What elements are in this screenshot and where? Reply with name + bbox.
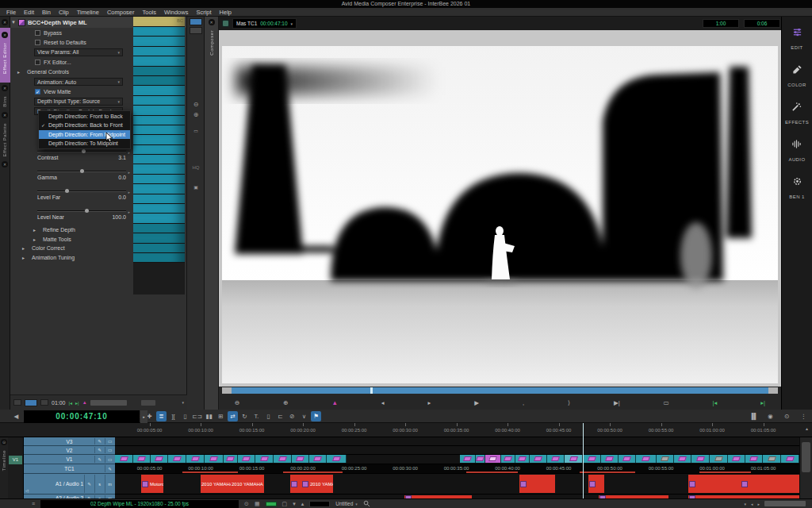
footer-scrollbar-2[interactable] [141, 400, 155, 406]
video-clip[interactable] [565, 455, 583, 463]
expand-triangle-icon[interactable]: ▸ [17, 69, 20, 75]
thumbnail-icon[interactable]: ▣ [187, 184, 205, 190]
collapse-triangle-icon[interactable]: ▼ [11, 20, 16, 25]
waveform-toggle-icon[interactable]: ∨ [299, 411, 309, 421]
frame-icon[interactable]: ▭ [187, 128, 205, 133]
footer-mode-button[interactable] [25, 399, 37, 406]
zoom-in-icon[interactable]: ⊕ [187, 111, 205, 118]
menu-item-clip[interactable]: Clip [55, 9, 73, 16]
video-clip[interactable] [476, 455, 485, 463]
monitor-icon[interactable]: ▭ [105, 447, 114, 453]
scroll-right-icon[interactable]: ▸ [757, 502, 760, 506]
slider-thumb[interactable] [85, 209, 89, 213]
video-quality-icon[interactable]: ▮▮ [204, 411, 214, 421]
search-icon[interactable] [363, 500, 370, 507]
chevron-down-icon[interactable]: ▾ [744, 502, 746, 506]
menu-item-file[interactable]: File [2, 9, 20, 16]
menu-item-composer[interactable]: Composer [103, 9, 139, 16]
keyframe-track-bar[interactable] [133, 145, 185, 155]
video-clip[interactable] [657, 455, 674, 463]
slider-nudge-icon[interactable]: ▸ [128, 210, 130, 214]
keyframe-track-bar[interactable] [133, 155, 185, 164]
slider-thumb[interactable] [65, 189, 69, 193]
sync-icon[interactable]: ⊙ [1, 439, 7, 445]
keyframe-track-bar[interactable] [133, 76, 185, 86]
monitor-icon[interactable]: ▭ [105, 438, 114, 444]
composer-position-bar[interactable] [222, 387, 778, 394]
audio-clip[interactable] [290, 475, 301, 493]
zoom-out-icon[interactable]: ⊖ [235, 399, 239, 406]
slider-thumb[interactable] [82, 149, 86, 153]
workspace-edit[interactable]: EDIT [791, 26, 802, 50]
expand-triangle-icon[interactable]: ▸ [33, 227, 36, 233]
menu-item-bin[interactable]: Bin [38, 9, 55, 16]
video-clip[interactable] [501, 455, 515, 463]
pause-icon[interactable]: , [523, 399, 524, 406]
video-clip[interactable] [151, 455, 168, 463]
close-icon[interactable]: ✕ [2, 85, 8, 91]
footer-dropdown-icon[interactable]: ▾ [182, 400, 184, 405]
disable-icon[interactable]: ⊘ [287, 411, 297, 421]
video-clip[interactable] [460, 455, 476, 463]
mark-in-icon[interactable]: |◂ [713, 399, 718, 406]
step-backward-icon[interactable]: ◂ [381, 399, 385, 406]
video-clip[interactable] [583, 455, 601, 463]
s-button[interactable]: s [94, 475, 104, 493]
quick-transition-icon[interactable]: ▯ [180, 411, 190, 421]
dropdown-view-params-all[interactable]: View Params: All▾ [34, 48, 123, 56]
audio-clip-2010-yamaha[interactable]: 2010 YAMAHA [201, 475, 231, 493]
keyframe-track-bar[interactable] [133, 164, 185, 174]
menu-item-help[interactable]: Help [216, 9, 236, 16]
group-row-matte-tools[interactable]: ▸Matte Tools [10, 234, 133, 244]
video-clip[interactable] [238, 455, 255, 463]
video-clip[interactable] [274, 455, 292, 463]
video-clip[interactable] [515, 455, 530, 463]
expand-triangle-icon[interactable]: ▸ [22, 245, 25, 251]
video-quality-icon[interactable] [222, 20, 229, 27]
group-row-refine-depth[interactable]: ▸Refine Depth [10, 225, 133, 235]
mark-out-icon[interactable]: ▸| [760, 399, 765, 406]
play-in-out-icon[interactable]: ⟩ [568, 399, 570, 406]
footer-chip-icon[interactable] [40, 399, 48, 406]
monitor-icon[interactable]: ▭ [105, 456, 114, 463]
video-clip[interactable] [601, 455, 619, 463]
group-row-color-correct[interactable]: ▸Color Correct [10, 244, 133, 253]
horizontal-scrollbar[interactable] [764, 501, 806, 506]
speaker-icon[interactable]: ◁ [25, 488, 29, 493]
composer-monitor[interactable] [219, 30, 781, 387]
workspace-ben-1[interactable]: BEN 1 [789, 175, 804, 199]
text-tool-icon[interactable]: T. [251, 411, 262, 421]
position-marker-icon[interactable]: ▲ [82, 400, 87, 405]
zoom-out-icon[interactable]: ⊖ [187, 101, 205, 108]
menu-item-script[interactable]: Script [192, 9, 215, 16]
tab-composer[interactable]: Composer [209, 30, 214, 56]
slider-track-gamma[interactable] [37, 171, 126, 172]
keyframe-track-bar[interactable] [133, 96, 185, 106]
checkbox-view-matte[interactable]: ✓ [35, 89, 40, 94]
down-arrow-icon[interactable]: ▾ [293, 501, 296, 507]
keyframe-track-bar[interactable] [133, 67, 185, 76]
keyframe-track-bar[interactable] [133, 233, 185, 243]
keyframe-track-bar[interactable] [133, 135, 185, 144]
keyframe-track-bar[interactable] [133, 86, 185, 95]
keyframe-track-bar[interactable] [133, 106, 185, 115]
keyframe-track-bar[interactable] [133, 204, 185, 214]
audio-ducking-icon[interactable]: ⇄ [228, 411, 238, 421]
footer-chip-icon[interactable] [13, 399, 21, 406]
timeline-detail-icon[interactable]: ≣ [156, 411, 167, 421]
audio-clip-2010-yama[interactable]: 2010 YAMA [301, 475, 333, 493]
video-clip[interactable] [186, 455, 205, 463]
slider-nudge-icon[interactable]: ▸ [128, 150, 130, 155]
timeline-vertical-scrollbar[interactable] [799, 437, 812, 498]
slider-track-level-near[interactable] [37, 210, 126, 212]
pencil-icon[interactable]: ✎ [105, 465, 114, 472]
keyframe-track-bar[interactable] [133, 253, 185, 263]
position-marker-icon[interactable]: ▲ [331, 399, 337, 406]
keyframe-track-bar[interactable] [133, 214, 185, 223]
video-clip[interactable] [255, 455, 274, 463]
scroll-left-icon[interactable]: ◂ [751, 502, 753, 506]
video-clip[interactable] [728, 455, 745, 463]
menu-item-timeline[interactable]: Timeline [73, 9, 103, 16]
keyframe-track-bar[interactable] [133, 194, 185, 204]
side-button[interactable] [190, 27, 202, 34]
